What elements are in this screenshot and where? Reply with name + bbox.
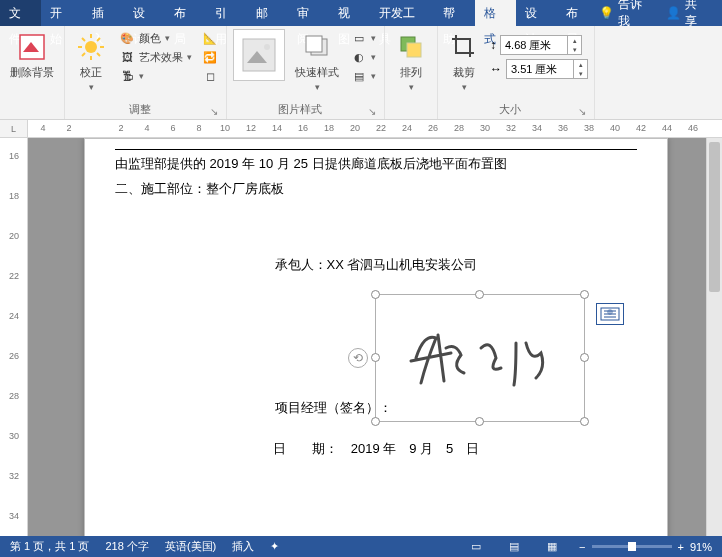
tab-布局[interactable]: 布局 bbox=[557, 0, 598, 26]
tab-审阅[interactable]: 审阅 bbox=[288, 0, 329, 26]
spin-up[interactable]: ▴ bbox=[568, 36, 581, 45]
quick-style-button[interactable]: 快速样式▾ bbox=[291, 29, 343, 94]
resize-handle[interactable] bbox=[371, 290, 380, 299]
tab-引用[interactable]: 引用 bbox=[206, 0, 247, 26]
zoom-in-button[interactable]: + bbox=[678, 541, 684, 553]
arrange-icon bbox=[395, 31, 427, 63]
group-picstyle-label: 图片样式 bbox=[233, 100, 366, 117]
border-icon: ▭ bbox=[351, 30, 367, 46]
art-icon: 🖼 bbox=[119, 49, 135, 65]
tab-设计[interactable]: 设计 bbox=[124, 0, 165, 26]
resize-handle[interactable] bbox=[475, 290, 484, 299]
crop-button[interactable]: 裁剪▾ bbox=[444, 29, 484, 94]
change-icon: 🔁 bbox=[202, 49, 218, 65]
doc-line-1: 由监理部提供的 2019 年 10 月 25 日提供廊道底板后浇地平面布置图 bbox=[115, 149, 637, 177]
trans-button[interactable]: ◻ bbox=[200, 67, 220, 85]
svg-line-9 bbox=[97, 38, 100, 41]
picture-style-preset[interactable] bbox=[233, 29, 285, 81]
height-field[interactable]: 4.68 厘米▴▾ bbox=[500, 35, 582, 55]
status-page[interactable]: 第 1 页，共 1 页 bbox=[10, 539, 89, 554]
reset-icon: 📐 bbox=[202, 30, 218, 46]
zoom-out-button[interactable]: − bbox=[579, 541, 585, 553]
tab-邮件[interactable]: 邮件 bbox=[247, 0, 288, 26]
tab-帮助[interactable]: 帮助 bbox=[434, 0, 475, 26]
svg-line-6 bbox=[82, 38, 85, 41]
status-extra-icon[interactable]: ✦ bbox=[270, 540, 279, 553]
signature-image bbox=[396, 313, 566, 403]
layout-button[interactable]: ▤▾ bbox=[349, 67, 378, 85]
status-lang[interactable]: 英语(美国) bbox=[165, 539, 216, 554]
height-icon: ↕ bbox=[490, 38, 496, 52]
bulb-icon: 💡 bbox=[599, 6, 614, 20]
tab-开发工具[interactable]: 开发工具 bbox=[370, 0, 434, 26]
brightness-icon bbox=[75, 31, 107, 63]
group-size-label: 大小 bbox=[444, 100, 576, 117]
svg-point-1 bbox=[85, 41, 97, 53]
spin-down[interactable]: ▾ bbox=[568, 45, 581, 54]
doc-line-2: 二、施工部位：整个厂房底板 bbox=[115, 177, 637, 202]
view-read-icon[interactable]: ▭ bbox=[465, 539, 487, 555]
resize-handle[interactable] bbox=[475, 417, 484, 426]
tab-布局[interactable]: 布局 bbox=[165, 0, 206, 26]
share-button[interactable]: 👤共享 bbox=[666, 0, 708, 30]
scrollbar-vertical[interactable] bbox=[706, 138, 722, 536]
width-field[interactable]: 3.51 厘米▴▾ bbox=[506, 59, 588, 79]
tab-插入[interactable]: 插入 bbox=[83, 0, 124, 26]
size-launcher[interactable]: ↘ bbox=[576, 106, 588, 117]
reset-pic-button[interactable]: 📐 bbox=[200, 29, 220, 47]
status-mode[interactable]: 插入 bbox=[232, 539, 254, 554]
svg-point-11 bbox=[264, 44, 270, 50]
scrollbar-thumb[interactable] bbox=[709, 142, 720, 292]
chevron-down-icon: ▾ bbox=[89, 82, 94, 92]
remove-bg-icon bbox=[16, 31, 48, 63]
color-button[interactable]: 🎨颜色▾ bbox=[117, 29, 194, 47]
effect-button[interactable]: ◐▾ bbox=[349, 48, 378, 66]
file-menu[interactable]: 文件 bbox=[0, 0, 41, 26]
ruler-vertical: 16182022242628303234 bbox=[0, 138, 28, 536]
border-button[interactable]: ▭▾ bbox=[349, 29, 378, 47]
resize-handle[interactable] bbox=[371, 417, 380, 426]
arrange-button[interactable]: 排列▾ bbox=[391, 29, 431, 94]
palette-icon: 🎨 bbox=[119, 30, 135, 46]
svg-rect-15 bbox=[407, 43, 421, 57]
resize-handle[interactable] bbox=[371, 353, 380, 362]
ruler-corner: L bbox=[0, 120, 28, 138]
rotate-handle[interactable]: ⟲ bbox=[348, 348, 368, 368]
compress-button[interactable]: 🗜▾ bbox=[117, 67, 194, 85]
tell-me[interactable]: 💡告诉我 bbox=[599, 0, 653, 30]
adjust-launcher[interactable]: ↘ bbox=[208, 106, 220, 117]
tab-格式[interactable]: 格式 bbox=[475, 0, 516, 26]
art-effect-button[interactable]: 🖼艺术效果▾ bbox=[117, 48, 194, 66]
remove-background-button[interactable]: 删除背景 bbox=[6, 29, 58, 82]
view-print-icon[interactable]: ▤ bbox=[503, 539, 525, 555]
crop-icon bbox=[448, 31, 480, 63]
person-icon: 👤 bbox=[666, 6, 681, 20]
image-selection[interactable]: ⟲ bbox=[375, 294, 585, 422]
zoom-slider[interactable] bbox=[592, 545, 672, 548]
tab-设计[interactable]: 设计 bbox=[516, 0, 557, 26]
status-words[interactable]: 218 个字 bbox=[105, 539, 148, 554]
tab-视图[interactable]: 视图 bbox=[329, 0, 370, 26]
layout-options-button[interactable] bbox=[596, 303, 624, 325]
spin-up[interactable]: ▴ bbox=[574, 60, 587, 69]
view-web-icon[interactable]: ▦ bbox=[541, 539, 563, 555]
svg-rect-13 bbox=[306, 36, 322, 52]
spin-down[interactable]: ▾ bbox=[574, 69, 587, 78]
zoom-value[interactable]: 91% bbox=[690, 541, 712, 553]
correction-button[interactable]: 校正 ▾ bbox=[71, 29, 111, 94]
compress-icon: 🗜 bbox=[119, 68, 135, 84]
resize-handle[interactable] bbox=[580, 417, 589, 426]
width-icon: ↔ bbox=[490, 62, 502, 76]
trans-icon: ◻ bbox=[202, 68, 218, 84]
document-canvas[interactable]: 由监理部提供的 2019 年 10 月 25 日提供廊道底板后浇地平面布置图 二… bbox=[28, 138, 722, 536]
resize-handle[interactable] bbox=[580, 290, 589, 299]
doc-date: 日 期： 2019 年 9 月 5 日 bbox=[115, 437, 637, 462]
tab-开始[interactable]: 开始 bbox=[41, 0, 82, 26]
change-pic-button[interactable]: 🔁 bbox=[200, 48, 220, 66]
picstyle-launcher[interactable]: ↘ bbox=[366, 106, 378, 117]
effect-icon: ◐ bbox=[351, 49, 367, 65]
group-adjust-label: 调整 bbox=[71, 100, 208, 117]
resize-handle[interactable] bbox=[580, 353, 589, 362]
page: 由监理部提供的 2019 年 10 月 25 日提供廊道底板后浇地平面布置图 二… bbox=[84, 138, 668, 536]
layout-icon: ▤ bbox=[351, 68, 367, 84]
